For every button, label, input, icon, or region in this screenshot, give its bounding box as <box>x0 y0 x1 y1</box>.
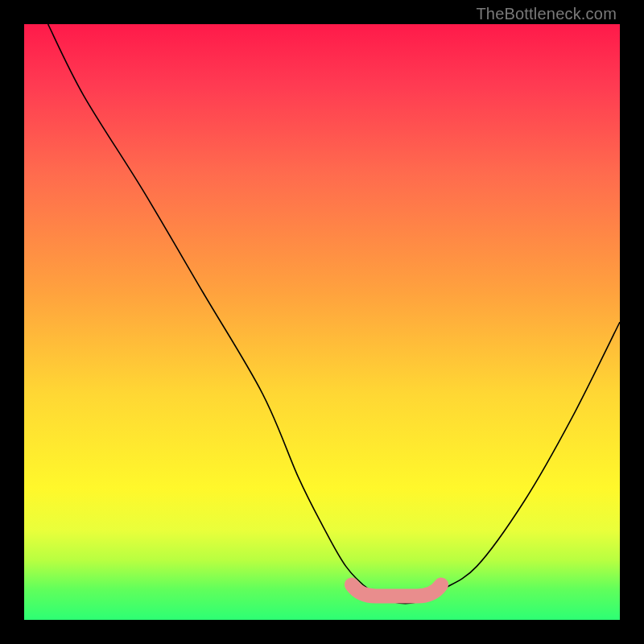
bottleneck-curve <box>24 24 620 620</box>
chart-frame: TheBottleneck.com <box>0 0 644 644</box>
watermark-text: TheBottleneck.com <box>476 5 617 23</box>
optimal-range-marker <box>24 24 620 620</box>
plot-area <box>24 24 620 620</box>
